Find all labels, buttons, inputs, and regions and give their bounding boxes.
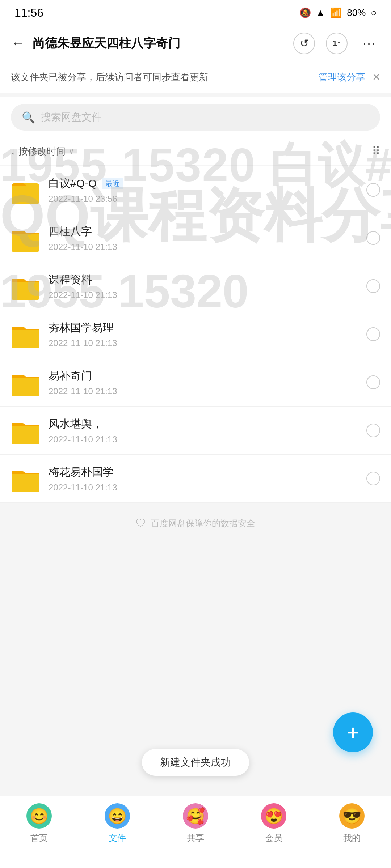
list-item[interactable]: 风水堪舆， 2022-11-10 21:13 — [0, 407, 391, 455]
list-item[interactable]: 课程资料 2022-11-10 21:13 — [0, 262, 391, 310]
more-button[interactable]: ··· — [358, 33, 380, 54]
nav-item-files[interactable]: 😄 文件 — [78, 803, 156, 844]
manage-share-link[interactable]: 管理该分享 — [318, 71, 365, 84]
security-notice: 🛡 百度网盘保障你的数据安全 — [0, 503, 391, 544]
file-info: 风水堪舆， 2022-11-10 21:13 — [49, 417, 366, 444]
file-list: 白议#Q-Q 最近 2022-11-10 23:56 四柱八字 2022-11-… — [0, 166, 391, 503]
file-name-text: 四柱八字 — [49, 224, 92, 239]
file-name: 夯林国学易理 — [49, 320, 366, 335]
folder-icon — [11, 368, 40, 397]
file-name-text: 课程资料 — [49, 272, 92, 287]
home-icon: 😊 — [26, 803, 52, 829]
status-time: 11:56 — [14, 6, 43, 20]
sort-dropdown-icon: ∨ — [68, 146, 74, 156]
file-name-text: 风水堪舆， — [49, 417, 103, 431]
file-date: 2022-11-10 21:13 — [49, 434, 366, 444]
nav-item-home[interactable]: 😊 首页 — [0, 803, 78, 844]
share-banner-text: 该文件夹已被分享，后续访问者可同步查看更新 — [11, 71, 311, 84]
file-date: 2022-11-10 23:56 — [49, 194, 366, 204]
toast-message: 新建文件夹成功 — [142, 749, 249, 776]
file-name-text: 易补奇门 — [49, 369, 92, 383]
nav-label-mine: 我的 — [343, 832, 361, 844]
file-name-text: 夯林国学易理 — [49, 320, 114, 335]
file-checkbox[interactable] — [366, 183, 380, 197]
add-fab-button[interactable]: + — [333, 712, 373, 752]
folder-icon — [11, 320, 40, 349]
search-input-wrap[interactable]: 🔍 搜索网盘文件 — [11, 104, 380, 131]
file-name: 白议#Q-Q 最近 — [49, 176, 366, 191]
mine-icon: 😎 — [339, 803, 365, 829]
search-icon: 🔍 — [22, 111, 35, 124]
nav-label-home: 首页 — [30, 832, 48, 844]
file-checkbox[interactable] — [366, 472, 380, 485]
file-checkbox[interactable] — [366, 279, 380, 293]
files-icon: 😄 — [105, 803, 130, 829]
member-icon: 😍 — [261, 803, 286, 829]
sort-down-icon: ↓ — [11, 146, 16, 157]
file-name: 四柱八字 — [49, 224, 366, 239]
status-bar: 11:56 🔕 ▲ 📶 80% ○ — [0, 0, 391, 25]
notification-icon: 🔕 — [299, 7, 311, 18]
share-icon: 🥰 — [183, 803, 208, 829]
nav-label-files: 文件 — [109, 832, 126, 844]
back-button[interactable]: ← — [11, 35, 25, 51]
security-icon: 🛡 — [136, 517, 146, 529]
security-notice-text: 百度网盘保障你的数据安全 — [151, 518, 255, 529]
file-info: 课程资料 2022-11-10 21:13 — [49, 272, 366, 300]
file-name: 课程资料 — [49, 272, 366, 287]
status-icons: 🔕 ▲ 📶 80% ○ — [299, 7, 377, 18]
close-share-banner-button[interactable]: × — [373, 69, 380, 85]
file-info: 易补奇门 2022-11-10 21:13 — [49, 369, 366, 396]
grid-view-button[interactable]: ⠿ — [372, 144, 380, 158]
file-name-text: 白议#Q-Q — [49, 176, 97, 191]
list-item[interactable]: 梅花易朴国学 2022-11-10 21:13 — [0, 455, 391, 503]
file-info: 梅花易朴国学 2022-11-10 21:13 — [49, 465, 366, 493]
list-item[interactable]: 四柱八字 2022-11-10 21:13 — [0, 214, 391, 262]
nav-actions: ↺ 1↑ ··· — [293, 33, 380, 54]
nav-item-member[interactable]: 😍 会员 — [235, 803, 313, 844]
folder-icon — [11, 224, 40, 252]
list-item[interactable]: 白议#Q-Q 最近 2022-11-10 23:56 — [0, 166, 391, 214]
top-nav: ← 尚德朱昱应天四柱八字奇门 ↺ 1↑ ··· — [0, 25, 391, 61]
folder-icon — [11, 175, 40, 204]
file-checkbox[interactable] — [366, 375, 380, 389]
wifi-icon: ▲ — [316, 7, 325, 18]
battery-indicator: 80% — [347, 7, 366, 18]
file-name: 梅花易朴国学 — [49, 465, 366, 480]
page-title: 尚德朱昱应天四柱八字奇门 — [33, 35, 293, 52]
file-date: 2022-11-10 21:13 — [49, 338, 366, 348]
nav-label-share: 共享 — [187, 832, 204, 844]
file-info: 四柱八字 2022-11-10 21:13 — [49, 224, 366, 252]
folder-icon — [11, 464, 40, 493]
file-name: 易补奇门 — [49, 369, 366, 383]
sort-bar: ↓ 按修改时间 ∨ ⠿ — [0, 138, 391, 165]
battery-icon: ○ — [371, 7, 377, 18]
folder-icon — [11, 416, 40, 445]
file-badge: 最近 — [102, 178, 123, 189]
file-name: 风水堪舆， — [49, 417, 366, 431]
file-checkbox[interactable] — [366, 327, 380, 341]
file-date: 2022-11-10 21:13 — [49, 290, 366, 300]
history-icon: ↺ — [300, 37, 309, 50]
file-date: 2022-11-10 21:13 — [49, 482, 366, 493]
file-checkbox[interactable] — [366, 231, 380, 245]
file-info: 白议#Q-Q 最近 2022-11-10 23:56 — [49, 176, 366, 204]
sort-label[interactable]: ↓ 按修改时间 ∨ — [11, 145, 74, 158]
more-icon: ··· — [363, 36, 376, 51]
folder-icon — [11, 272, 40, 301]
file-name-text: 梅花易朴国学 — [49, 465, 114, 480]
bottom-nav: 😊 首页 😄 文件 🥰 共享 😍 会员 😎 我的 — [0, 796, 391, 868]
sort-order-button[interactable]: 1↑ — [326, 33, 348, 54]
file-checkbox[interactable] — [366, 424, 380, 437]
sort-label-text: 按修改时间 — [18, 145, 66, 158]
list-item[interactable]: 易补奇门 2022-11-10 21:13 — [0, 358, 391, 407]
search-placeholder: 搜索网盘文件 — [41, 110, 102, 124]
file-date: 2022-11-10 21:13 — [49, 242, 366, 252]
sort-icon: 1↑ — [332, 39, 341, 48]
file-info: 夯林国学易理 2022-11-10 21:13 — [49, 320, 366, 348]
history-button[interactable]: ↺ — [293, 33, 315, 54]
nav-item-mine[interactable]: 😎 我的 — [313, 803, 391, 844]
nav-item-share[interactable]: 🥰 共享 — [156, 803, 235, 844]
file-date: 2022-11-10 21:13 — [49, 386, 366, 396]
list-item[interactable]: 夯林国学易理 2022-11-10 21:13 — [0, 310, 391, 358]
